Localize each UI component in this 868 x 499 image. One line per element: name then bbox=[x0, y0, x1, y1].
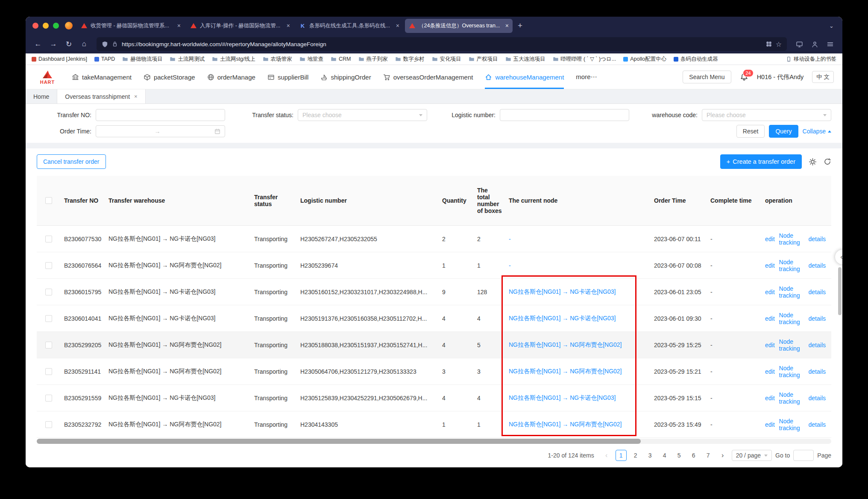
nav-warehouseManagement[interactable]: warehouseManagement bbox=[485, 65, 564, 89]
app-menu-icon[interactable] bbox=[824, 38, 836, 50]
edit-link[interactable]: edit bbox=[765, 289, 775, 295]
cell-current-node-link[interactable]: NG拉各斯仓[NG01] → NG卡诺仓[NG03] bbox=[505, 279, 651, 305]
page-button-2[interactable]: 2 bbox=[630, 450, 641, 461]
firefox-view-icon[interactable] bbox=[65, 22, 73, 30]
bookmark-item[interactable]: CRM bbox=[331, 56, 351, 62]
create-transfer-order-button[interactable]: + Create a transfer order bbox=[720, 154, 802, 169]
details-link[interactable]: details bbox=[809, 342, 826, 348]
select-all-checkbox[interactable] bbox=[45, 197, 52, 204]
details-link[interactable]: details bbox=[809, 289, 826, 295]
vertical-scrollbar[interactable] bbox=[838, 177, 842, 431]
url-text[interactable]: https://bookingmgr.hart-worldwide.com/#/… bbox=[122, 41, 762, 47]
node-tracking-link[interactable]: Node tracking bbox=[779, 365, 804, 378]
nav-takeManagement[interactable]: takeManagement bbox=[72, 65, 132, 89]
row-select-cell[interactable] bbox=[37, 279, 61, 305]
logistic-number-input[interactable] bbox=[500, 109, 629, 121]
bookmark-item[interactable]: 哔哩哔哩 ( ´ ▽ ` )つロ... bbox=[553, 56, 616, 63]
warehouse-code-select[interactable]: Please choose bbox=[702, 109, 831, 121]
bookmark-item[interactable]: 农场管家 bbox=[263, 56, 292, 63]
settings-gear-icon[interactable] bbox=[809, 158, 817, 166]
home-button[interactable]: ⌂ bbox=[78, 38, 91, 50]
bookmark-item[interactable]: 数字乡村 bbox=[395, 56, 425, 63]
row-checkbox[interactable] bbox=[45, 289, 52, 295]
cell-current-node-link[interactable]: NG拉各斯仓[NG01] → NG阿布贾仓[NG02] bbox=[505, 332, 651, 358]
page-size-select[interactable]: 20 / page bbox=[732, 450, 772, 461]
language-button[interactable]: 中 文 bbox=[812, 71, 834, 83]
details-link[interactable]: details bbox=[809, 236, 826, 242]
cell-current-node-link[interactable]: NG拉各斯仓[NG01] → NG卡诺仓[NG03] bbox=[505, 305, 651, 331]
node-tracking-link[interactable]: Node tracking bbox=[779, 312, 804, 325]
bookmark-item[interactable]: TAPD bbox=[94, 56, 115, 62]
details-link[interactable]: details bbox=[809, 315, 826, 322]
edit-link[interactable]: edit bbox=[765, 395, 775, 402]
bookmark-item[interactable]: 产权项目 bbox=[469, 56, 498, 63]
reload-button[interactable]: ↻ bbox=[62, 38, 75, 50]
edit-link[interactable]: edit bbox=[765, 368, 775, 375]
bookmark-star-icon[interactable]: ☆ bbox=[776, 40, 782, 48]
page-button-4[interactable]: 4 bbox=[659, 450, 670, 461]
nav-orderManage[interactable]: orderManage bbox=[207, 65, 255, 89]
node-tracking-link[interactable]: Node tracking bbox=[779, 338, 804, 352]
forward-button[interactable]: → bbox=[47, 38, 60, 50]
bookmark-item[interactable]: 地堂查 bbox=[299, 56, 324, 63]
details-link[interactable]: details bbox=[809, 262, 826, 269]
tab-overseas-transshipment[interactable]: Overseas transshipment × bbox=[57, 89, 145, 103]
back-button[interactable]: ← bbox=[32, 38, 44, 50]
row-checkbox[interactable] bbox=[45, 368, 52, 375]
tab-home[interactable]: Home bbox=[26, 89, 57, 103]
cell-current-node-link[interactable]: NG拉各斯仓[NG01] → NG阿布贾仓[NG02] bbox=[505, 358, 651, 384]
cell-current-node-link[interactable]: NG拉各斯仓[NG01] → NG卡诺仓[NG03] bbox=[505, 385, 651, 411]
row-checkbox[interactable] bbox=[45, 262, 52, 269]
vertical-scrollbar-thumb[interactable] bbox=[838, 267, 842, 315]
nav-shippingOrder[interactable]: shippingOrder bbox=[320, 65, 371, 89]
details-link[interactable]: details bbox=[809, 395, 826, 402]
horizontal-scrollbar[interactable] bbox=[37, 439, 831, 444]
select-all-cell[interactable] bbox=[37, 176, 61, 225]
browser-tab[interactable]: 入库订单-操作 - 赫德国际物流管...× bbox=[186, 19, 294, 33]
cell-current-node-link[interactable]: NG拉各斯仓[NG01] → NG阿布贾仓[NG02] bbox=[505, 411, 651, 437]
edit-link[interactable]: edit bbox=[765, 342, 775, 348]
minimize-window-button[interactable] bbox=[43, 23, 49, 29]
goto-page-input[interactable] bbox=[793, 450, 814, 461]
node-tracking-link[interactable]: Node tracking bbox=[779, 232, 804, 246]
tab-close-icon[interactable]: × bbox=[177, 22, 181, 29]
send-to-device-icon[interactable] bbox=[793, 38, 806, 50]
bookmark-item[interactable]: 安化项目 bbox=[432, 56, 461, 63]
horizontal-scrollbar-thumb[interactable] bbox=[37, 439, 641, 444]
cell-current-node-link[interactable]: - bbox=[505, 252, 651, 278]
page-button-5[interactable]: 5 bbox=[674, 450, 685, 461]
address-bar[interactable]: https://bookingmgr.hart-worldwide.com/#/… bbox=[97, 37, 787, 51]
tab-close-icon[interactable]: × bbox=[134, 93, 138, 100]
collapse-button[interactable]: Collapse bbox=[803, 128, 831, 135]
row-checkbox[interactable] bbox=[45, 421, 52, 428]
cancel-transfer-order-button[interactable]: Cancel transfer order bbox=[37, 154, 106, 169]
row-select-cell[interactable] bbox=[37, 385, 61, 411]
bookmark-item[interactable]: 燕子到家 bbox=[358, 56, 388, 63]
nav-more[interactable]: more⋯ bbox=[576, 65, 597, 89]
page-button-6[interactable]: 6 bbox=[688, 450, 699, 461]
row-select-cell[interactable] bbox=[37, 305, 61, 331]
order-time-range-picker[interactable]: → bbox=[96, 125, 225, 137]
row-select-cell[interactable] bbox=[37, 252, 61, 278]
hart-logo[interactable]: HART bbox=[34, 70, 61, 85]
nav-overseasOrderManagement[interactable]: overseasOrderManagement bbox=[383, 65, 473, 89]
row-checkbox[interactable] bbox=[45, 342, 52, 348]
row-select-cell[interactable] bbox=[37, 226, 61, 252]
edit-link[interactable]: edit bbox=[765, 236, 775, 242]
browser-tab[interactable]: 收货管理 - 赫德国际物流管理系...× bbox=[77, 19, 185, 33]
bookmark-mobile[interactable]: 移动设备上的书签 bbox=[786, 56, 836, 63]
details-link[interactable]: details bbox=[809, 421, 826, 428]
row-select-cell[interactable] bbox=[37, 411, 61, 437]
node-tracking-link[interactable]: Node tracking bbox=[779, 259, 804, 272]
row-select-cell[interactable] bbox=[37, 358, 61, 384]
row-checkbox[interactable] bbox=[45, 395, 52, 402]
grid-icon[interactable] bbox=[766, 41, 772, 47]
bookmark-item[interactable]: 条码自动生成器 bbox=[674, 56, 718, 63]
transfer-status-select[interactable]: Please choose bbox=[298, 109, 427, 121]
bookmark-item[interactable]: 土流网stg/线上 bbox=[212, 56, 255, 63]
close-window-button[interactable] bbox=[32, 23, 38, 29]
tab-close-icon[interactable]: × bbox=[396, 22, 399, 29]
transfer-no-input[interactable] bbox=[96, 109, 225, 121]
refresh-icon[interactable] bbox=[824, 158, 831, 165]
account-icon[interactable] bbox=[808, 38, 821, 50]
